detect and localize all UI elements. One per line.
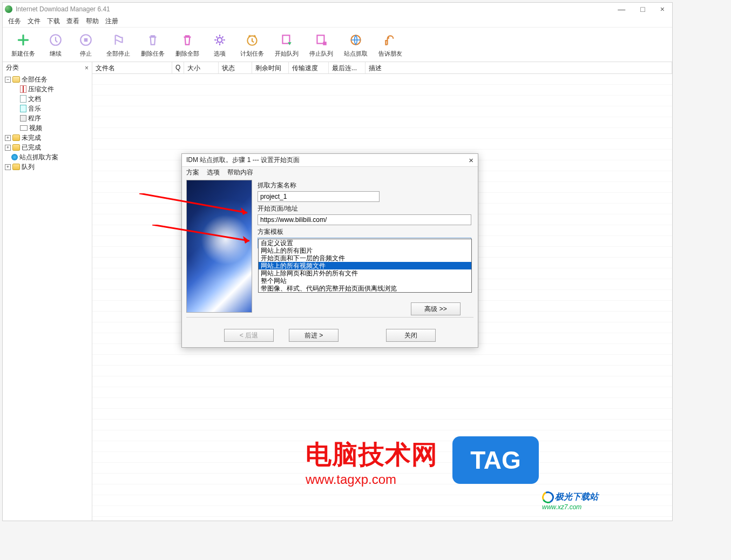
window-controls: — □ × [618,5,670,13]
template-label: 方案模板 [258,227,473,237]
close-button[interactable]: × [660,5,665,13]
tree-app[interactable]: 程序 [4,113,91,123]
option-audio[interactable]: 开始页面和下一层的音频文件 [259,254,471,262]
window-title: Internet Download Manager 6.41 [16,5,618,13]
option-other[interactable]: 网站上除网页和图片外的所有文件 [259,269,471,277]
tb-delete[interactable]: 删除任务 [136,31,170,58]
close-button[interactable]: 关闭 [386,329,436,342]
titlebar: Internet Download Manager 6.41 — □ × [3,3,672,16]
tb-resume[interactable]: 继续 [40,31,71,58]
tree-music[interactable]: 音乐 [4,104,91,113]
minimize-button[interactable]: — [618,5,625,13]
app-icon [20,115,26,122]
svg-rect-7 [323,42,327,45]
menu-download[interactable]: 下载 [47,17,60,26]
template-dropdown[interactable]: 自定义设置 网站上的所有图片 开始页面和下一层的音频文件 网站上的所有视频文件 … [258,239,472,293]
tb-grabber[interactable]: 站点抓取 [339,31,373,58]
column-headers: 文件名 Q 大小 状态 剩余时间 传输速度 最后连... 描述 [92,62,672,74]
dialog-titlebar: IDM 站点抓取。步骤 1 --- 设置开始页面 × [182,154,478,167]
tb-options[interactable]: 选项 [205,31,235,58]
col-desc[interactable]: 描述 [366,62,672,73]
col-status[interactable]: 状态 [219,62,252,73]
tree-queue[interactable]: +队列 [4,162,91,172]
tree-zip[interactable]: 压缩文件 [4,84,91,94]
sidebar-header: 分类 × [3,62,92,73]
menu-register[interactable]: 注册 [105,17,118,26]
app-icon [5,5,12,13]
svg-rect-5 [282,35,289,43]
tb-new[interactable]: 新建任务 [6,31,40,58]
menu-help[interactable]: 帮助 [86,17,99,26]
dialog-buttons: < 后退 前进 > 关闭 [182,329,478,342]
dialog-close-icon[interactable]: × [469,156,473,165]
expand-icon[interactable]: + [5,145,11,151]
menubar: 任务 文件 下载 查看 帮助 注册 [3,16,672,28]
watermark-text: 电脑技术网 www.tagxp.com [306,437,438,487]
dialog-title: IDM 站点抓取。步骤 1 --- 设置开始页面 [186,156,469,165]
folder-icon [12,164,20,170]
tb-stopq[interactable]: 停止队列 [304,31,339,58]
tree-finished[interactable]: +已完成 [4,143,91,152]
dlg-menu-project[interactable]: 方案 [186,168,199,177]
tb-stop[interactable]: 停止 [71,31,101,58]
name-label: 抓取方案名称 [258,181,473,190]
back-button[interactable]: < 后退 [224,329,274,342]
watermark-tag: TAG [452,436,539,484]
tb-tell[interactable]: 告诉朋友 [373,31,408,58]
sidebar-close-icon[interactable]: × [85,64,89,72]
doc-icon [20,95,26,103]
project-name-input[interactable] [258,191,380,202]
col-filename[interactable]: 文件名 [92,62,172,73]
dlg-menu-options[interactable]: 选项 [207,168,220,177]
next-button[interactable]: 前进 > [289,329,339,342]
tree-unfinished[interactable]: +未完成 [4,133,91,143]
url-label: 开始页面/地址 [258,204,473,213]
folder-icon [12,134,20,141]
toolbar: 新建任务 继续 停止 全部停止 删除任务 删除全部 选项 计划任务 开始队列 停… [3,28,672,62]
video-icon [20,125,28,131]
tree-grabber[interactable]: 站点抓取方案 [4,152,91,162]
zip-icon [20,85,26,93]
option-whole[interactable]: 整个网站 [259,277,471,285]
dialog-separator [186,317,473,318]
dialog-image [186,180,252,313]
collapse-icon[interactable]: − [5,77,11,83]
svg-rect-2 [84,38,88,42]
ie-icon [11,154,18,160]
col-size[interactable]: 大小 [184,62,219,73]
watermark-site: 极光下载站 www.xz7.com [542,491,598,511]
tb-scheduler[interactable]: 计划任务 [235,31,269,58]
tb-stopall[interactable]: 全部停止 [101,31,136,58]
tb-startq[interactable]: 开始队列 [269,31,304,58]
expand-icon[interactable]: + [5,164,11,170]
category-tree: −全部任务 压缩文件 文档 音乐 程序 视频 +未完成 +已完成 站点抓取方案 … [3,73,92,173]
maximize-button[interactable]: □ [640,5,645,13]
tree-video[interactable]: 视频 [4,123,91,133]
menu-view[interactable]: 查看 [66,17,79,26]
advanced-button[interactable]: 高级 >> [411,302,461,315]
tree-all[interactable]: −全部任务 [4,75,91,84]
dialog-menubar: 方案 选项 帮助内容 [182,167,478,178]
col-remaining[interactable]: 剩余时间 [252,62,289,73]
svg-point-3 [218,38,222,43]
sidebar: 分类 × −全部任务 压缩文件 文档 音乐 程序 视频 +未完成 +已完成 站点… [3,62,92,521]
music-icon [20,105,26,112]
tree-doc[interactable]: 文档 [4,94,91,104]
start-url-input[interactable] [258,214,471,225]
option-images[interactable]: 网站上的所有图片 [259,247,471,254]
option-video[interactable]: 网站上的所有视频文件 [259,262,471,269]
swirl-icon [540,490,556,505]
option-custom[interactable]: 自定义设置 [259,239,471,247]
folder-open-icon [12,76,20,83]
tb-deleteall[interactable]: 删除全部 [170,31,205,58]
col-last[interactable]: 最后连... [329,62,366,73]
col-speed[interactable]: 传输速度 [289,62,329,73]
folder-icon [12,144,20,151]
dlg-menu-help[interactable]: 帮助内容 [227,168,253,177]
menu-tasks[interactable]: 任务 [8,17,21,26]
expand-icon[interactable]: + [5,135,11,141]
col-q[interactable]: Q [172,62,184,73]
option-offline[interactable]: 带图像、样式、代码的完整开始页面供离线浏览 [259,285,471,292]
menu-file[interactable]: 文件 [28,17,40,26]
sidebar-title: 分类 [6,63,19,72]
